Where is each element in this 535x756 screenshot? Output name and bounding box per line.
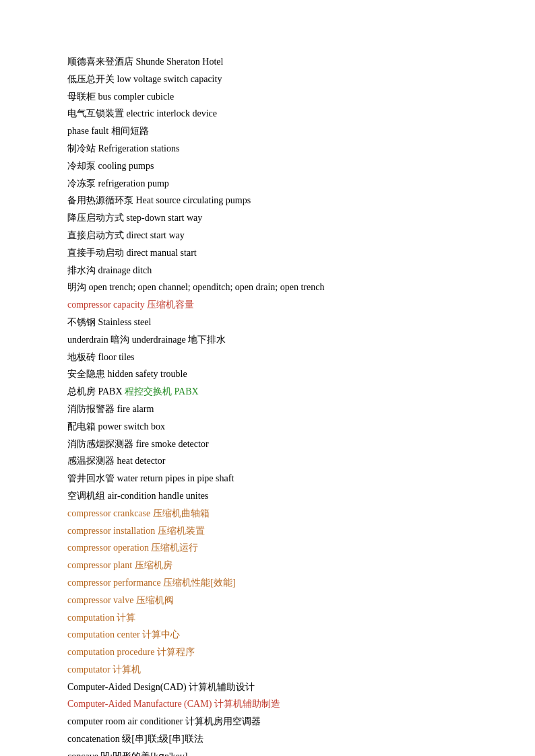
- list-item: 安全隐患 hidden safety trouble: [67, 366, 495, 382]
- entry-text: 降压启动方式 step-down start way: [67, 213, 202, 223]
- entry-text-secondary: 程控交换机 PABX: [125, 386, 199, 397]
- entry-text: compressor plant 压缩机房: [67, 560, 172, 570]
- entry-text: 顺德喜来登酒店 Shunde Sheraton Hotel: [67, 57, 223, 67]
- entry-text: 低压总开关 low voltage switch capacity: [67, 74, 222, 84]
- list-item: compressor operation 压缩机运行: [67, 540, 495, 556]
- entry-text-main: 总机房 PABX: [67, 386, 123, 397]
- entry-text: compressor performance 压缩机性能[效能]: [67, 578, 236, 588]
- entry-text: Computer-Aided Manufacture (CAM) 计算机辅助制造: [67, 699, 280, 709]
- list-item: 空调机组 air-condition handle unites: [67, 488, 495, 504]
- entry-text: 空调机组 air-condition handle unites: [67, 491, 208, 501]
- list-item: concatenation 级[串]联;级[串]联法: [67, 731, 495, 747]
- entry-text: 制冷站 Refrigeration stations: [67, 143, 179, 153]
- list-item: 直接手动启动 direct manual start: [67, 245, 495, 261]
- list-item: compressor installation 压缩机装置: [67, 523, 495, 539]
- entry-text: phase fault 相间短路: [67, 126, 149, 136]
- list-item: 消防感烟探测器 fire smoke detector: [67, 436, 495, 452]
- entry-text: 冷却泵 cooling pumps: [67, 161, 154, 171]
- list-item: computation center 计算中心: [67, 627, 495, 643]
- list-item: 管井回水管 water return pipes in pipe shaft: [67, 471, 495, 487]
- entry-text: 备用热源循环泵 Heat source circulating pumps: [67, 195, 251, 205]
- list-item: 制冷站 Refrigeration stations: [67, 141, 495, 157]
- entry-text: 母联柜 bus compler cubicle: [67, 92, 174, 102]
- entry-text: computation procedure 计算程序: [67, 647, 195, 657]
- list-item: 消防报警器 fire alarm: [67, 401, 495, 417]
- entry-text: 电气互锁装置 electric interlock device: [67, 108, 217, 118]
- entry-text: compressor installation 压缩机装置: [67, 526, 205, 536]
- entry-text: compressor valve 压缩机阀: [67, 595, 174, 605]
- list-item: Computer-Aided Manufacture (CAM) 计算机辅助制造: [67, 696, 495, 712]
- list-item: computator 计算机: [67, 662, 495, 678]
- list-item: computation 计算: [67, 610, 495, 626]
- list-item: 顺德喜来登酒店 Shunde Sheraton Hotel: [67, 54, 495, 70]
- entry-text: 消防感烟探测器 fire smoke detector: [67, 439, 209, 449]
- list-item: computer room air conditioner 计算机房用空调器: [67, 714, 495, 730]
- list-item: 母联柜 bus compler cubicle: [67, 89, 495, 105]
- list-item: 低压总开关 low voltage switch capacity: [67, 71, 495, 88]
- list-item: 冷却泵 cooling pumps: [67, 158, 495, 174]
- list-item: 感温探测器 heat detector: [67, 453, 495, 469]
- list-item: underdrain 暗沟 underdrainage 地下排水: [67, 332, 495, 348]
- entry-text: compressor crankcase 压缩机曲轴箱: [67, 508, 210, 518]
- list-item: 电气互锁装置 electric interlock device: [67, 106, 495, 122]
- list-item: 冷冻泵 refrigeration pump: [67, 176, 495, 192]
- list-item: 降压启动方式 step-down start way: [67, 210, 495, 226]
- entry-text: compressor operation 压缩机运行: [67, 543, 198, 553]
- list-item: compressor performance 压缩机性能[效能]: [67, 575, 495, 591]
- entry-text: computation 计算: [67, 613, 136, 623]
- list-item: Computer-Aided Design(CAD) 计算机辅助设计: [67, 679, 495, 695]
- entry-text: 冷冻泵 refrigeration pump: [67, 178, 169, 188]
- entry-text: 排水沟 drainage ditch: [67, 265, 152, 275]
- list-item: 直接启动方式 direct start way: [67, 228, 495, 244]
- entry-text: 配电箱 power switch box: [67, 421, 165, 432]
- entry-text: 管井回水管 water return pipes in pipe shaft: [67, 473, 234, 483]
- list-item: 配电箱 power switch box: [67, 419, 495, 435]
- entry-text: computer room air conditioner 计算机房用空调器: [67, 716, 261, 726]
- entry-text: 不锈钢 Stainless steel: [67, 317, 151, 327]
- entry-text: compressor capacity 压缩机容量: [67, 300, 194, 310]
- entry-text: concatenation 级[串]联;级[串]联法: [67, 734, 203, 744]
- entry-text: 直接启动方式 direct start way: [67, 230, 185, 240]
- entry-text: 安全隐患 hidden safety trouble: [67, 369, 187, 379]
- entry-text: 明沟 open trench; open channel; openditch;…: [67, 282, 324, 292]
- list-item: compressor crankcase 压缩机曲轴箱: [67, 506, 495, 522]
- list-item: compressor capacity 压缩机容量: [67, 297, 495, 313]
- list-item: 明沟 open trench; open channel; openditch;…: [67, 279, 495, 296]
- list-item: phase fault 相间短路: [67, 123, 495, 139]
- list-item: 不锈钢 Stainless steel: [67, 314, 495, 331]
- entry-text: 消防报警器 fire alarm: [67, 404, 154, 414]
- entry-text: underdrain 暗沟 underdrainage 地下排水: [67, 335, 226, 345]
- list-item: 总机房 PABX 程控交换机 PABX: [67, 384, 495, 400]
- content-container: 顺德喜来登酒店 Shunde Sheraton Hotel低压总开关 low v…: [67, 54, 495, 756]
- entry-text: 地板砖 floor tiles: [67, 352, 135, 362]
- list-item: concave 凹;凹形的美[kɑn'kev]: [67, 749, 495, 756]
- entry-text: computation center 计算中心: [67, 629, 180, 640]
- entry-text: 直接手动启动 direct manual start: [67, 248, 197, 258]
- list-item: 排水沟 drainage ditch: [67, 263, 495, 279]
- entry-text: 感温探测器 heat detector: [67, 456, 165, 466]
- list-item: compressor plant 压缩机房: [67, 557, 495, 574]
- list-item: compressor valve 压缩机阀: [67, 592, 495, 609]
- entry-text: Computer-Aided Design(CAD) 计算机辅助设计: [67, 682, 255, 692]
- list-item: computation procedure 计算程序: [67, 644, 495, 660]
- list-item: 备用热源循环泵 Heat source circulating pumps: [67, 193, 495, 209]
- entry-text: computator 计算机: [67, 664, 141, 675]
- entry-text: concave 凹;凹形的美[kɑn'kev]: [67, 751, 187, 756]
- list-item: 地板砖 floor tiles: [67, 349, 495, 366]
